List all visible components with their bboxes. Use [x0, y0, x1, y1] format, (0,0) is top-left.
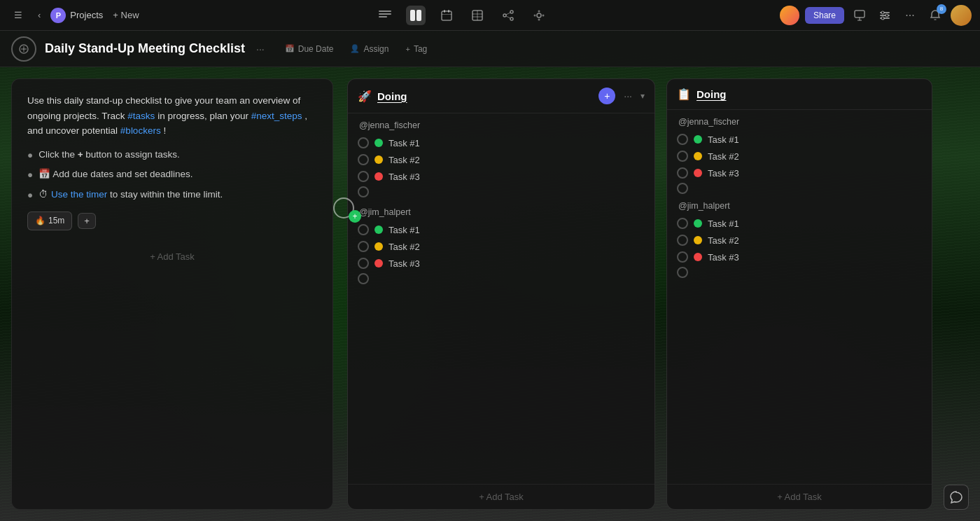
topbar-left: ☰ ‹ P Projects + New — [8, 7, 145, 23]
task-checkbox[interactable] — [677, 235, 688, 246]
chat-button[interactable] — [944, 485, 969, 510]
timer-link[interactable]: Use the timer — [51, 189, 107, 200]
task-item[interactable]: Task #1 — [358, 134, 645, 151]
task-checkbox[interactable] — [358, 258, 369, 269]
share-network-icon[interactable] — [498, 6, 518, 25]
task-checkbox[interactable] — [677, 251, 688, 263]
column-body-middle: @jenna_fischer Task #1 Task #2 — [348, 113, 654, 484]
task-checkbox-empty-right-2[interactable] — [677, 267, 688, 278]
task-item[interactable]: Task #2 — [677, 148, 922, 165]
task-item[interactable]: Task #1 — [677, 131, 922, 148]
green-dot-icon — [694, 135, 702, 144]
topbar-right: Share ··· — [780, 5, 972, 26]
due-date-tag[interactable]: 📅 Due Date — [279, 41, 340, 57]
column-more-middle[interactable]: ··· — [621, 90, 635, 102]
user-avatar[interactable] — [951, 5, 972, 26]
task-item[interactable]: Task #3 — [358, 168, 645, 185]
task-checkbox[interactable] — [677, 218, 688, 229]
svg-point-31 — [881, 17, 884, 20]
sidebar-toggle-button[interactable]: ☰ — [8, 7, 28, 23]
svg-rect-8 — [442, 14, 451, 15]
svg-point-21 — [534, 14, 536, 16]
task-checkbox[interactable] — [677, 134, 688, 145]
timer-emoji: 🔥 — [35, 214, 46, 228]
tag-label: Tag — [414, 44, 427, 54]
column-chevron-middle[interactable]: ▾ — [640, 91, 645, 101]
assignee-name-jim-right: @jim_halpert — [677, 201, 922, 211]
share-button[interactable]: Share — [805, 7, 844, 24]
svg-point-22 — [542, 14, 545, 16]
column-add-button-middle[interactable]: + — [598, 88, 615, 104]
task-checkbox[interactable] — [358, 241, 369, 252]
column-header-right: 📋 Doing — [667, 79, 932, 110]
task-checkbox[interactable] — [358, 154, 369, 165]
new-button[interactable]: + New — [107, 7, 144, 23]
column-title-right[interactable]: Doing — [696, 88, 922, 100]
next-steps-link[interactable]: #next_steps — [251, 111, 302, 121]
tag-button[interactable]: + Tag — [399, 41, 433, 57]
timer-row: 🔥 15m + — [27, 211, 317, 230]
settings-icon[interactable] — [875, 6, 895, 25]
plus-icon: + — [405, 45, 410, 53]
task-item[interactable]: Task #3 — [358, 255, 645, 272]
bullet-dot-2: ● — [27, 167, 33, 183]
task-checkbox[interactable] — [358, 137, 369, 148]
task-checkbox-empty[interactable] — [358, 186, 369, 197]
task-checkbox[interactable] — [677, 167, 688, 179]
timer-value: 15m — [48, 214, 64, 228]
assign-tag[interactable]: 👤 Assign — [344, 41, 395, 57]
project-badge: P — [50, 8, 66, 23]
subtitlebar: Daily Stand-Up Meeting Checklist ··· 📅 D… — [0, 31, 980, 67]
task-item[interactable]: Task #2 — [677, 232, 922, 249]
topbar: ☰ ‹ P Projects + New — [0, 0, 980, 31]
svg-point-30 — [886, 14, 888, 17]
back-arrow-icon: ‹ — [38, 10, 41, 20]
board-view-icon[interactable] — [406, 6, 426, 25]
red-dot-icon — [374, 172, 383, 181]
table-view-icon[interactable] — [468, 6, 487, 25]
svg-point-15 — [510, 18, 513, 20]
task-item[interactable]: Task #3 — [677, 249, 922, 265]
task-label: Task #1 — [708, 134, 739, 145]
column-title-middle[interactable]: Doing — [377, 90, 593, 102]
notification-bell[interactable]: 8 — [925, 6, 945, 25]
svg-point-18 — [537, 13, 541, 18]
svg-rect-4 — [416, 10, 421, 21]
task-item[interactable]: Task #1 — [677, 215, 922, 232]
task-checkbox-empty-2[interactable] — [358, 273, 369, 284]
calendar-view-icon[interactable] — [437, 6, 456, 25]
svg-rect-1 — [379, 13, 391, 15]
task-item[interactable]: Task #2 — [358, 151, 645, 168]
task-item[interactable]: Task #1 — [358, 221, 645, 238]
yellow-dot-icon — [374, 242, 383, 251]
task-checkbox[interactable] — [677, 151, 688, 162]
bullet-item-1: ● Click the + button to assign tasks. — [27, 147, 317, 163]
more-options-icon[interactable]: ··· — [900, 6, 920, 25]
assignee-name-jenna-right: @jenna_fischer — [677, 117, 922, 127]
add-timer-button[interactable]: + — [78, 213, 96, 229]
task-item[interactable]: Task #2 — [358, 238, 645, 255]
collaborator-avatar[interactable] — [780, 6, 799, 25]
task-item[interactable]: Task #3 — [677, 165, 922, 181]
tasks-link[interactable]: #tasks — [127, 111, 155, 121]
back-button[interactable]: ‹ — [32, 7, 46, 23]
task-label: Task #2 — [708, 151, 739, 162]
automation-icon[interactable] — [529, 6, 549, 25]
svg-point-14 — [503, 14, 506, 17]
main-content: Use this daily stand-up checklist to giv… — [0, 67, 980, 521]
blockers-link[interactable]: #blockers — [120, 125, 161, 136]
description-text: Use this daily stand-up checklist to giv… — [27, 93, 317, 139]
present-icon[interactable] — [850, 6, 869, 25]
list-view-icon[interactable] — [375, 6, 395, 25]
timer-badge[interactable]: 🔥 15m — [27, 211, 72, 230]
task-checkbox-empty-right[interactable] — [677, 183, 688, 194]
svg-point-13 — [510, 11, 513, 13]
document-more-button[interactable]: ··· — [253, 41, 267, 57]
assign-label: Assign — [363, 44, 388, 54]
add-task-column-right[interactable]: + Add Task — [667, 484, 932, 509]
projects-link[interactable]: Projects — [70, 10, 103, 20]
add-task-column-middle[interactable]: + Add Task — [348, 484, 654, 509]
add-task-button[interactable]: + Add Task — [27, 244, 317, 270]
task-checkbox[interactable] — [358, 224, 369, 235]
task-checkbox[interactable] — [358, 171, 369, 182]
